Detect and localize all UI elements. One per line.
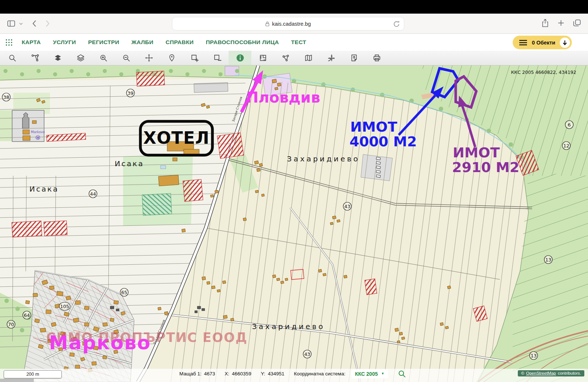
share-icon bbox=[542, 19, 549, 27]
crs-value: ККС 2005 bbox=[355, 371, 378, 377]
map-canvas[interactable]: 38394443651056470431312613 Исака Исака З… bbox=[0, 65, 588, 382]
location-tool-button[interactable] bbox=[160, 51, 183, 65]
status-search-button[interactable] bbox=[398, 370, 406, 378]
nav-item-spravki[interactable]: СПРАВКИ bbox=[166, 39, 194, 46]
svg-text:43: 43 bbox=[344, 204, 351, 209]
objects-expand-button[interactable] bbox=[560, 38, 570, 48]
pan-tool-button[interactable] bbox=[137, 51, 160, 65]
status-search-icon bbox=[398, 370, 406, 378]
svg-text:43: 43 bbox=[304, 351, 311, 357]
layers-filled-icon bbox=[54, 54, 62, 62]
label-isaka-mid: Исака bbox=[115, 159, 144, 168]
pan-icon bbox=[145, 54, 153, 62]
zoom-in-icon bbox=[99, 54, 108, 62]
selection-add-icon bbox=[190, 54, 199, 62]
label-markovo-small: Markovo bbox=[31, 130, 45, 134]
svg-text:70: 70 bbox=[8, 322, 14, 327]
markovo-annotation: Марково bbox=[49, 332, 151, 354]
map-corner-coordinates: ККС 2005 4660822, 434192 bbox=[511, 69, 576, 75]
map-icon bbox=[304, 54, 313, 62]
sidebar-menu-button[interactable] bbox=[19, 22, 23, 25]
svg-text:13: 13 bbox=[545, 257, 552, 263]
browser-toolbar: kais.cadastre.bg bbox=[0, 14, 588, 34]
imot-purple-line1: ИМОТ bbox=[453, 144, 500, 161]
layers-tool-button[interactable] bbox=[69, 51, 92, 65]
zoom-in-tool-button[interactable] bbox=[92, 51, 115, 65]
selection-remove-tool-button[interactable] bbox=[206, 51, 229, 65]
measure-area-icon bbox=[282, 54, 290, 62]
address-bar[interactable]: kais.cadastre.bg bbox=[172, 17, 404, 31]
plus-icon bbox=[558, 20, 564, 26]
reload-button[interactable] bbox=[393, 20, 400, 28]
x-value: 4660359 bbox=[232, 371, 251, 376]
svg-text:38: 38 bbox=[3, 94, 10, 100]
info-icon bbox=[236, 54, 244, 62]
new-tab-button[interactable] bbox=[558, 20, 564, 26]
forward-icon bbox=[46, 20, 50, 27]
svg-text:44: 44 bbox=[90, 191, 96, 197]
nav-item-karta[interactable]: КАРТА bbox=[22, 39, 41, 46]
selection-add-tool-button[interactable] bbox=[183, 51, 206, 65]
hotel-symbol-letter: H bbox=[37, 136, 39, 140]
dropdown-caret-icon: ▼ bbox=[381, 372, 384, 375]
route-icon bbox=[31, 54, 39, 62]
imot-purple-line2: 2910 М2 bbox=[452, 159, 519, 175]
hotel-annotation-text: ХОТЕЛ bbox=[143, 128, 210, 148]
objects-count-label: 0 Обекти bbox=[532, 40, 555, 46]
imot-blue-line2: 4000 М2 bbox=[349, 133, 417, 150]
imot-blue-line1: ИМОТ bbox=[350, 119, 397, 135]
nav-item-registri[interactable]: РЕГИСТРИ bbox=[88, 39, 119, 46]
print-tool-button[interactable] bbox=[365, 51, 388, 65]
osm-suffix: contributors. bbox=[558, 371, 581, 375]
search-icon bbox=[8, 54, 17, 62]
osm-link[interactable]: OpenStreetMap bbox=[526, 371, 556, 375]
map-tool-button[interactable] bbox=[297, 51, 320, 65]
zoom-out-tool-button[interactable] bbox=[115, 51, 137, 65]
osm-copyright: © bbox=[521, 371, 524, 375]
main-navigation: КАРТА УСЛУГИ РЕГИСТРИ ЖАЛБИ СПРАВКИ ПРАВ… bbox=[0, 34, 588, 51]
osm-attribution: © OpenStreetMap contributors. bbox=[518, 370, 584, 376]
nav-item-test[interactable]: ТЕСТ bbox=[291, 39, 306, 46]
coordinates-tool-button[interactable] bbox=[320, 51, 343, 65]
reload-icon bbox=[393, 20, 400, 28]
nav-item-uslugi[interactable]: УСЛУГИ bbox=[53, 39, 76, 46]
lock-icon bbox=[265, 21, 269, 26]
apps-menu-button[interactable] bbox=[5, 39, 13, 46]
back-button[interactable] bbox=[32, 20, 36, 27]
export-tool-button[interactable] bbox=[343, 51, 365, 65]
layers-filled-tool-button[interactable] bbox=[46, 51, 69, 65]
info-tool-button[interactable] bbox=[229, 51, 251, 65]
objects-button[interactable]: 0 Обекти bbox=[513, 36, 572, 49]
share-button[interactable] bbox=[542, 19, 549, 27]
print-icon bbox=[373, 54, 381, 62]
label-zaharidievo-top: Захаридиево bbox=[287, 154, 360, 163]
svg-text:65: 65 bbox=[121, 290, 128, 295]
svg-text:64: 64 bbox=[24, 313, 30, 318]
route-tool-button[interactable] bbox=[24, 51, 46, 65]
location-pin-icon bbox=[168, 54, 176, 62]
sidebar-toggle-button[interactable] bbox=[7, 20, 15, 27]
status-bar: Мащаб 1: 4673 X: 4660359 Y: 434951 Коорд… bbox=[0, 369, 588, 382]
measure-length-icon bbox=[259, 54, 267, 62]
map-toolbar bbox=[0, 51, 588, 65]
tabs-overview-button[interactable] bbox=[573, 19, 581, 26]
svg-text:6: 6 bbox=[568, 122, 571, 128]
measure-length-tool-button[interactable] bbox=[251, 51, 274, 65]
scale-label: Мащаб 1: bbox=[179, 371, 201, 376]
x-label: X: bbox=[225, 371, 229, 376]
plovdiv-annotation: Пловдив bbox=[246, 89, 320, 106]
crs-select[interactable]: ККС 2005 ▼ bbox=[351, 369, 388, 378]
label-isaka-left: Исака bbox=[29, 185, 59, 193]
window-titlebar bbox=[0, 0, 588, 14]
measure-area-tool-button[interactable] bbox=[274, 51, 297, 65]
selection-remove-icon bbox=[213, 54, 222, 62]
y-value: 434951 bbox=[268, 371, 284, 376]
arrow-down-icon bbox=[563, 40, 567, 45]
layers-icon bbox=[76, 54, 85, 62]
nav-item-zhalbi[interactable]: ЖАЛБИ bbox=[131, 39, 153, 46]
search-tool-button[interactable] bbox=[1, 51, 24, 65]
svg-text:12: 12 bbox=[563, 143, 570, 149]
forward-button[interactable] bbox=[46, 20, 50, 27]
nav-item-pravosposobni-litsa[interactable]: ПРАВОСПОСОБНИ ЛИЦА bbox=[206, 39, 279, 46]
label-zaharidievo-bottom: Захаридиево bbox=[252, 322, 325, 331]
